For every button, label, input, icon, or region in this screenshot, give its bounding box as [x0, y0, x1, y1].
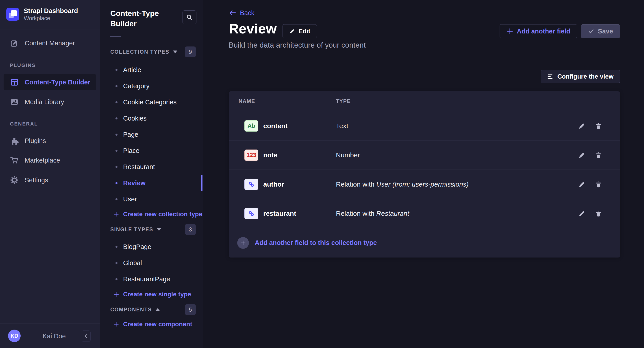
edit-field-button[interactable] — [578, 151, 586, 159]
brand[interactable]: Strapi Dashboard Workplace — [6, 7, 78, 22]
collection-type-page[interactable]: Page — [100, 126, 203, 142]
trash-icon — [595, 122, 602, 129]
field-name: content — [263, 122, 288, 130]
table-header: NAME TYPE — [229, 91, 620, 111]
field-name: restaurant — [263, 210, 296, 217]
check-icon — [588, 28, 594, 34]
feather-pen-icon — [10, 39, 19, 48]
arrow-left-icon — [229, 9, 236, 17]
sidebar-item-media-library[interactable]: Media Library — [0, 94, 100, 110]
collection-types-count-badge: 9 — [185, 47, 196, 57]
page-subtitle: Build the data architecture of your cont… — [229, 41, 366, 49]
collection-types-header[interactable]: COLLECTION TYPES 9 — [110, 46, 196, 58]
save-button[interactable]: Save — [581, 24, 620, 38]
sidebar-item-marketplace[interactable]: Marketplace — [0, 153, 100, 168]
single-type-restaurantpage[interactable]: RestaurantPage — [100, 271, 203, 287]
field-row-author: author Relation with User (from: users-p… — [229, 169, 620, 199]
brand-subtitle: Workplace — [24, 15, 78, 22]
sidebar-section-general: GENERAL — [10, 121, 38, 127]
search-button[interactable] — [182, 10, 196, 24]
collection-type-category[interactable]: Category — [100, 78, 203, 94]
add-another-field-button[interactable]: Add another field — [500, 24, 577, 38]
edit-field-button[interactable] — [578, 122, 586, 129]
plus-icon — [113, 291, 119, 297]
field-name: note — [263, 151, 278, 159]
back-link[interactable]: Back — [229, 9, 254, 17]
collection-type-restaurant[interactable]: Restaurant — [100, 159, 203, 175]
collection-type-review-active[interactable]: Review — [100, 175, 203, 191]
sidebar-footer: KD Kai Doe — [0, 323, 100, 348]
brand-title: Strapi Dashboard — [24, 7, 78, 15]
delete-field-button[interactable] — [595, 151, 602, 159]
trash-icon — [595, 151, 602, 159]
chevron-up-icon — [156, 308, 160, 311]
plus-icon — [506, 28, 513, 35]
collection-type-article[interactable]: Article — [100, 62, 203, 78]
single-types-label: SINGLE TYPES — [110, 227, 153, 233]
collection-type-user[interactable]: User — [100, 191, 203, 207]
pencil-icon — [578, 151, 586, 159]
sidebar-item-plugins[interactable]: Plugins — [0, 133, 100, 148]
single-type-blogpage[interactable]: BlogPage — [100, 239, 203, 255]
bullet-icon — [116, 182, 118, 184]
create-new-component-link[interactable]: Create new component — [100, 317, 203, 331]
sidebar-item-label: Settings — [25, 177, 48, 184]
sidebar-item-content-type-builder[interactable]: Content-Type Builder — [4, 74, 96, 90]
bullet-icon — [116, 101, 118, 103]
bullet-icon — [116, 85, 118, 87]
strapi-app: Strapi Dashboard Workplace Content Manag… — [0, 0, 644, 348]
collapse-sidebar-button[interactable] — [82, 330, 90, 342]
sidebar-item-label: Media Library — [25, 98, 64, 106]
trash-icon — [595, 181, 602, 188]
sidebar-section-plugins: PLUGINS — [10, 62, 36, 68]
edit-field-button[interactable] — [578, 181, 586, 188]
single-types-header[interactable]: SINGLE TYPES 3 — [110, 224, 196, 235]
gear-icon — [10, 176, 19, 185]
trash-icon — [595, 210, 602, 217]
link-icon — [248, 210, 255, 217]
components-label: COMPONENTS — [110, 307, 152, 313]
components-count-badge: 5 — [185, 304, 196, 315]
sidebar-item-settings[interactable]: Settings — [0, 172, 100, 188]
bullet-icon — [116, 166, 118, 168]
user-name: Kai Doe — [42, 332, 66, 340]
add-field-row-label: Add another field to this collection typ… — [255, 239, 377, 247]
relation-field-badge — [244, 208, 258, 219]
configure-the-view-button[interactable]: Configure the view — [541, 70, 620, 83]
field-row-content: Ab content Text — [229, 111, 620, 140]
delete-field-button[interactable] — [595, 181, 602, 188]
relation-field-badge — [244, 179, 258, 190]
bullet-icon — [116, 262, 118, 264]
edit-field-button[interactable] — [578, 210, 586, 217]
pencil-icon — [578, 181, 586, 188]
edit-button[interactable]: Edit — [282, 24, 317, 38]
layout-grid-icon — [10, 78, 19, 87]
collection-type-cookies[interactable]: Cookies — [100, 110, 203, 126]
strapi-logo-icon — [6, 8, 19, 21]
avatar: KD — [8, 329, 21, 342]
picture-icon — [10, 97, 19, 106]
add-field-to-collection-row[interactable]: Add another field to this collection typ… — [229, 228, 620, 258]
create-new-collection-type-link[interactable]: Create new collection type — [100, 207, 203, 221]
single-types-count-badge: 3 — [185, 224, 196, 235]
create-new-single-type-link[interactable]: Create new single type — [100, 287, 203, 301]
pencil-icon — [578, 210, 586, 217]
collection-type-cookie-categories[interactable]: Cookie Categories — [100, 94, 203, 110]
sidebar-item-label: Content-Type Builder — [25, 79, 90, 86]
chevron-down-icon — [157, 228, 161, 231]
bullet-icon — [116, 69, 118, 71]
delete-field-button[interactable] — [595, 210, 602, 217]
sidebar-item-content-manager[interactable]: Content Manager — [0, 36, 100, 51]
plus-icon — [113, 211, 119, 217]
page-title: Review — [229, 21, 277, 37]
chevron-down-icon — [173, 51, 177, 53]
components-header[interactable]: COMPONENTS 5 — [110, 304, 196, 315]
collection-type-place[interactable]: Place — [100, 142, 203, 159]
delete-field-button[interactable] — [595, 122, 602, 129]
sidebar-item-label: Plugins — [25, 137, 46, 145]
sidebar-item-label: Marketplace — [25, 157, 60, 164]
subnav-scrollbar-thumb[interactable] — [201, 175, 202, 191]
bullet-icon — [116, 278, 118, 280]
single-type-global[interactable]: Global — [100, 255, 203, 271]
bullet-icon — [116, 150, 118, 152]
